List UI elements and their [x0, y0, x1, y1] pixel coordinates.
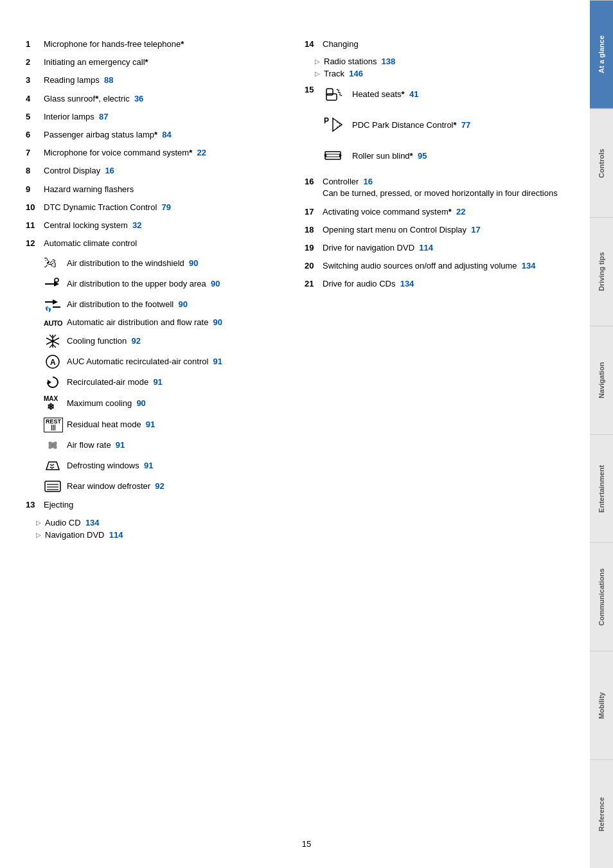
page-link[interactable]: 90 — [211, 279, 220, 288]
page-link[interactable]: 87 — [99, 112, 108, 121]
item-number: 7 — [26, 147, 44, 159]
page-link[interactable]: 22 — [197, 148, 206, 157]
climate-row: Defrosting windows 91 — [44, 458, 285, 474]
icon-row: P PDC Park Distance Control* 77 — [323, 116, 470, 134]
svg-text:🌬: 🌬 — [44, 256, 57, 270]
climate-section: 🌬 Air distribution to the windshield 90 — [44, 256, 285, 494]
item-number: 13 — [26, 499, 44, 511]
tab-driving-tips[interactable]: Driving tips — [590, 217, 613, 326]
climate-item-text: Air distribution to the footwell 90 — [67, 299, 188, 310]
list-item: 16 Controller 16 Can be turned, pressed,… — [305, 176, 564, 199]
rest-icon: REST||| — [44, 418, 67, 433]
tab-navigation[interactable]: Navigation — [590, 326, 613, 434]
svg-text:P: P — [324, 116, 329, 125]
item-number: 8 — [26, 165, 44, 177]
tab-mobility[interactable]: Mobility — [590, 651, 613, 759]
auc-icon: A — [44, 354, 67, 369]
page-link[interactable]: 92 — [155, 481, 164, 491]
svg-marker-5 — [53, 299, 58, 305]
tab-reference[interactable]: Reference — [590, 759, 613, 868]
climate-row: Cooling function 92 — [44, 333, 285, 349]
item-number: 21 — [305, 278, 323, 290]
climate-row: Air flow rate 91 — [44, 438, 285, 453]
climate-row: 🌬 Air distribution to the windshield 90 — [44, 256, 285, 271]
climate-item-text: AUC Automatic recirculated-air control 9… — [67, 357, 222, 368]
climate-item-text: Defrosting windows 91 — [67, 461, 153, 472]
page-link[interactable]: 91 — [116, 440, 125, 450]
list-item: 9 Hazard warning flashers — [26, 184, 285, 195]
page-link[interactable]: 134 — [85, 518, 100, 527]
page-link[interactable]: 77 — [461, 120, 470, 130]
item-number: 4 — [26, 93, 44, 105]
sub-item: ▷ Track 146 — [315, 69, 564, 78]
item-text: Microphone for voice command system* 22 — [44, 147, 285, 159]
tab-at-a-glance[interactable]: At a glance — [590, 0, 613, 109]
item-text: Hazard warning flashers — [44, 184, 285, 195]
tab-communications[interactable]: Communications — [590, 542, 613, 651]
item-number: 2 — [26, 57, 44, 68]
page-link[interactable]: 138 — [382, 57, 396, 66]
svg-point-16 — [51, 340, 54, 342]
page-link[interactable]: 90 — [178, 299, 187, 309]
page-link[interactable]: 79 — [162, 202, 171, 212]
climate-item-text: Cooling function 92 — [67, 336, 141, 347]
page-link[interactable]: 22 — [456, 207, 465, 217]
page-link[interactable]: 91 — [153, 377, 162, 387]
svg-marker-19 — [48, 380, 51, 385]
item-number: 3 — [26, 75, 44, 86]
page-link[interactable]: 88 — [104, 75, 113, 85]
item-text: Roller sun blind* 95 — [352, 151, 427, 161]
left-column: 1 Microphone for hands-free telephone* 2… — [26, 39, 285, 842]
page-link[interactable]: 32 — [132, 220, 141, 230]
list-item: 18 Opening start menu on Control Display… — [305, 224, 564, 236]
item-number: 11 — [26, 220, 44, 231]
item-text: Glass sunroof*, electric 36 — [44, 93, 285, 105]
page-link[interactable]: 90 — [136, 398, 145, 408]
defrost-icon — [44, 458, 67, 474]
climate-row: Air distribution to the upper body area … — [44, 276, 285, 292]
item-text: Microphone for hands-free telephone* — [44, 39, 285, 50]
page-link[interactable]: 134 — [400, 279, 414, 288]
page-link[interactable]: 84 — [162, 130, 171, 139]
item-text: Control Display 16 — [44, 165, 285, 177]
list-item: 21 Drive for audio CDs 134 — [305, 278, 564, 290]
climate-row: AUTO Automatic air distribution and flow… — [44, 317, 285, 328]
climate-row: MAX❄ Maximum cooling 90 — [44, 395, 285, 412]
page-link[interactable]: 146 — [349, 69, 363, 78]
sub-item: ▷ Navigation DVD 114 — [36, 530, 285, 540]
page-link[interactable]: 91 — [213, 357, 222, 366]
page-link[interactable]: 114 — [419, 243, 433, 252]
list-item: 2 Initiating an emergency call* — [26, 57, 285, 68]
climate-row: 👣 Air distribution to the footwell 90 — [44, 297, 285, 312]
item-number: 10 — [26, 202, 44, 213]
page-link[interactable]: 95 — [418, 151, 427, 161]
climate-item-text: Maximum cooling 90 — [67, 398, 146, 409]
climate-item-text: Rear window defroster 92 — [67, 481, 164, 492]
page-link[interactable]: 92 — [131, 336, 140, 346]
climate-row: A AUC Automatic recirculated-air control… — [44, 354, 285, 369]
page-link[interactable]: 114 — [109, 530, 123, 540]
tab-controls[interactable]: Controls — [590, 109, 613, 217]
page-link[interactable]: 91 — [146, 420, 155, 429]
page-link[interactable]: 91 — [144, 461, 153, 470]
tab-entertainment[interactable]: Entertainment — [590, 434, 613, 543]
page-link[interactable]: 16 — [105, 166, 114, 175]
list-item: 17 Activating voice command system* 22 — [305, 206, 564, 218]
page-link[interactable]: 134 — [522, 261, 536, 270]
airflow-icon — [44, 438, 67, 453]
item-number: 1 — [26, 39, 44, 50]
page-link[interactable]: 17 — [471, 225, 480, 235]
auto-icon: AUTO — [44, 319, 67, 327]
list-item: 1 Microphone for hands-free telephone* — [26, 39, 285, 50]
page-link[interactable]: 41 — [409, 89, 418, 99]
sub-item-text: Audio CD 134 — [45, 518, 100, 527]
item-text: Interior lamps 87 — [44, 111, 285, 123]
page-link[interactable]: 90 — [213, 317, 222, 327]
list-item: 4 Glass sunroof*, electric 36 — [26, 93, 285, 105]
recirculate-icon — [44, 375, 67, 390]
svg-text:👣: 👣 — [45, 306, 51, 312]
page-link[interactable]: 90 — [189, 258, 198, 268]
item-number: 6 — [26, 129, 44, 141]
page-link[interactable]: 36 — [134, 94, 143, 103]
page-link[interactable]: 16 — [364, 177, 373, 186]
